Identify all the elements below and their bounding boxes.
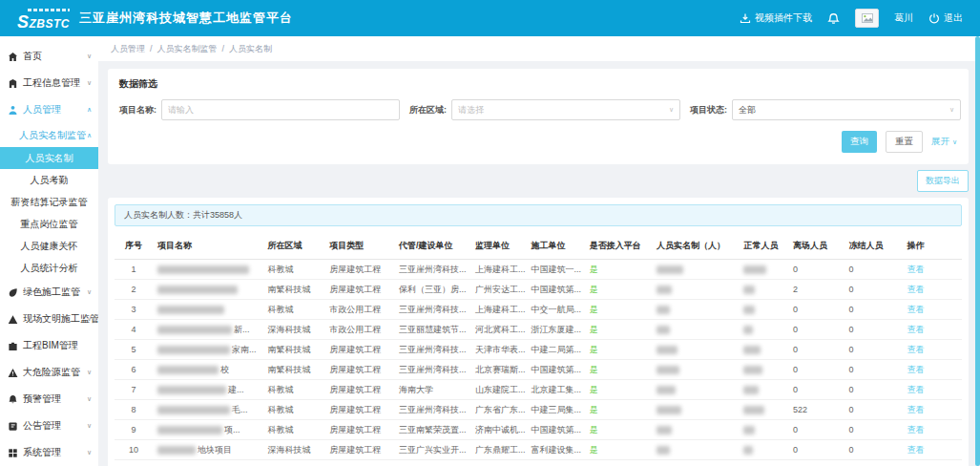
sidebar-item[interactable]: 薪资结算记录监管 [0, 191, 98, 213]
sidebar-item[interactable]: 首页∨ [0, 43, 98, 70]
sidebar-item[interactable]: 重点岗位监管 [0, 213, 98, 235]
project-type-cell: 房屋建筑工程 [324, 260, 394, 280]
sidebar-item[interactable]: 系统管理∨ [0, 439, 98, 466]
construction-cell: 中交一航局... [527, 300, 585, 320]
agency-cell: 三亚崖州湾科技... [394, 340, 470, 360]
project-status-select[interactable]: 全部 ∨ [732, 99, 961, 120]
view-link[interactable]: 查看 [907, 385, 925, 394]
logout-label: 退出 [944, 11, 963, 25]
normal-count-cell [739, 320, 788, 340]
seq-cell: 6 [115, 360, 153, 380]
project-name-cell: 项... [153, 420, 262, 440]
construction-cell: 中建三局集... [527, 400, 585, 420]
sidebar-item[interactable]: 人员统计分析 [0, 257, 98, 279]
view-link[interactable]: 查看 [907, 265, 925, 274]
region-cell: 科教城 [262, 260, 324, 280]
notification-bell-button[interactable] [827, 12, 840, 25]
view-link[interactable]: 查看 [907, 445, 925, 455]
sidebar-item-selected[interactable]: 人员实名制 [0, 147, 98, 169]
sidebar-item[interactable]: 工程BIM管理 [0, 332, 98, 359]
table-row: 10地块项目深海科技城房屋建筑工程三亚广兴实业开...广东鼎耀工...富利建设集… [115, 440, 962, 460]
sidebar-item[interactable]: 人员管理∧ [0, 96, 98, 123]
region-cell: 南繁科技城 [262, 360, 324, 380]
agency-cell: 三亚丽慧建筑节... [394, 320, 470, 340]
project-status-label: 项目状态: [690, 104, 727, 116]
view-link[interactable]: 查看 [907, 285, 925, 294]
supervision-cell: 广州安达工... [470, 280, 527, 300]
realname-count-cell [652, 280, 739, 300]
breadcrumb-item[interactable]: 人员实名制监管 [157, 43, 218, 55]
redacted-text [743, 426, 755, 434]
redacted-text [157, 265, 249, 274]
region-cell: 科教城 [262, 420, 324, 440]
export-row: 数据导出 [108, 170, 969, 192]
supervision-cell: 上海建科工... [470, 300, 527, 320]
sidebar-item[interactable]: 人员实名制监管∧ [0, 123, 98, 147]
redacted-text [657, 286, 672, 294]
sidebar-item[interactable]: 预警管理∨ [0, 386, 98, 413]
page-title: 三亚崖州湾科技城智慧工地监管平台 [79, 10, 293, 27]
username[interactable]: 葛川 [894, 11, 913, 25]
breadcrumb-separator: / [150, 44, 153, 53]
supervision-cell: 山东建院工... [470, 380, 527, 400]
view-link[interactable]: 查看 [907, 305, 925, 314]
table-row: 1科教城房屋建筑工程三亚崖州湾科技...上海建科工...中国建筑一...是00查… [115, 260, 962, 280]
region-cell: 南繁科技城 [262, 340, 324, 360]
sidebar-item-label: 薪资结算记录监管 [11, 196, 88, 209]
seq-cell: 8 [115, 400, 153, 420]
sidebar-item[interactable]: 人员考勤 [0, 169, 98, 191]
video-plugin-download-button[interactable]: 视频插件下载 [740, 11, 812, 25]
breadcrumb-item[interactable]: 人员管理 [111, 43, 145, 55]
filter-fields: 项目名称: 所在区域: 请选择 ∨ 项目状态: 全部 [115, 97, 961, 122]
logo[interactable]: SZBSTC [17, 7, 70, 31]
reset-button[interactable]: 重置 [886, 131, 923, 153]
breadcrumb-item[interactable]: 人员实名制 [229, 43, 272, 55]
project-name-input[interactable] [161, 99, 400, 120]
home-icon [8, 52, 18, 62]
normal-count-cell [739, 280, 788, 300]
sidebar-item[interactable]: 绿色施工监管∨ [0, 279, 98, 306]
project-type-cell: 市政公用工程 [324, 300, 394, 320]
seq-cell: 9 [115, 420, 153, 440]
realname-count-cell [652, 360, 739, 380]
chevron-down-icon: ∨ [952, 138, 957, 146]
project-status-value: 全部 [739, 104, 756, 116]
region-cell: 深海科技城 [262, 440, 324, 460]
sidebar-item[interactable]: 大危险源监管∨ [0, 359, 98, 386]
broken-image-icon [862, 13, 873, 23]
table-row: 8毛...科教城房屋建筑工程三亚崖州湾科技...广东省广东...中建三局集...… [115, 400, 962, 420]
chevron-down-icon: ∨ [87, 395, 92, 403]
video-plugin-download-label: 视频插件下载 [755, 11, 812, 25]
view-link[interactable]: 查看 [907, 405, 925, 414]
expand-label: 展开 [931, 136, 949, 148]
region-select[interactable]: 请选择 ∨ [451, 99, 680, 120]
redacted-text [743, 265, 766, 274]
redacted-text [657, 306, 670, 314]
building-icon [8, 78, 18, 89]
platform-yes-badge: 是 [590, 445, 598, 455]
supervision-cell: 广东省广东... [470, 400, 527, 420]
data-export-button[interactable]: 数据导出 [917, 170, 969, 192]
scrollbar[interactable] [975, 36, 980, 466]
view-link[interactable]: 查看 [907, 425, 925, 434]
avatar[interactable] [855, 9, 879, 28]
view-link[interactable]: 查看 [907, 345, 925, 354]
view-link[interactable]: 查看 [907, 365, 925, 374]
column-header: 监理单位 [470, 233, 527, 260]
normal-count-cell [739, 300, 788, 320]
table-row: 6校南繁科技城房屋建筑工程三亚崖州湾科技...北京赛瑞斯...中国建筑第...是… [115, 360, 962, 380]
frozen-count-cell: 0 [844, 320, 902, 340]
view-link[interactable]: 查看 [907, 325, 925, 334]
sidebar-item[interactable]: 人员健康关怀 [0, 235, 98, 257]
sidebar-item[interactable]: 工程信息管理∨ [0, 70, 98, 96]
project-type-cell: 市政公用工程 [324, 320, 394, 340]
construction-cell: 中国建筑第... [527, 360, 585, 380]
query-button[interactable]: 查询 [842, 131, 877, 153]
sidebar-item[interactable]: 公告管理∨ [0, 413, 98, 439]
leave-count-cell: 0 [788, 440, 844, 460]
logout-button[interactable]: 退出 [928, 11, 963, 25]
action-cell: 查看 [903, 380, 962, 400]
sidebar-item[interactable]: 现场文明施工监管∨ [0, 306, 98, 332]
sidebar-item-label: 首页 [23, 50, 42, 63]
expand-toggle[interactable]: 展开 ∨ [931, 136, 957, 148]
